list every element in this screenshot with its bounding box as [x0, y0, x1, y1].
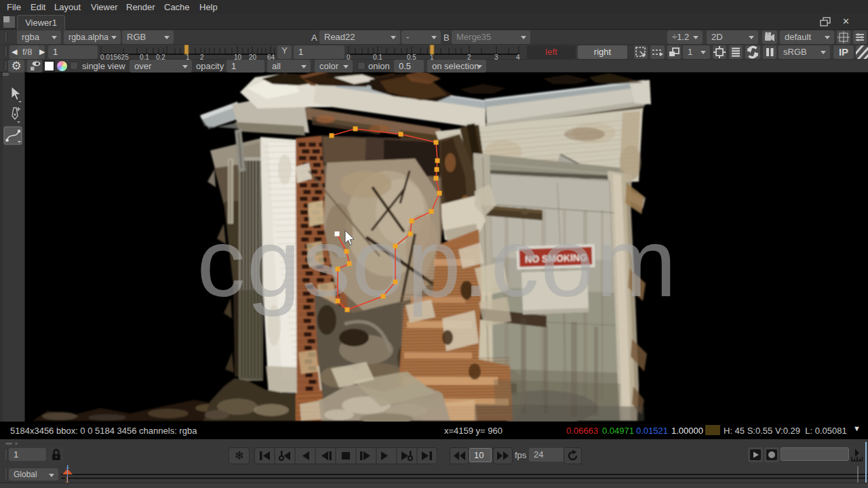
svg-text:64: 64 [267, 54, 275, 60]
svg-text:2: 2 [200, 54, 204, 60]
svg-text:0: 0 [347, 54, 351, 60]
svg-text:20: 20 [249, 54, 257, 60]
svg-text:1: 1 [65, 476, 69, 483]
svg-text:0.1: 0.1 [140, 54, 149, 60]
svg-text:0.1: 0.1 [373, 54, 382, 60]
svg-text:0.5: 0.5 [407, 54, 416, 60]
svg-text:0.2: 0.2 [156, 54, 165, 60]
svg-text:2: 2 [467, 54, 471, 60]
svg-text:3: 3 [494, 54, 498, 60]
svg-text:10: 10 [234, 54, 242, 60]
svg-text:0.015625: 0.015625 [100, 54, 129, 60]
svg-text:cgsop.com: cgsop.com [197, 209, 677, 317]
svg-text:4: 4 [516, 54, 520, 60]
